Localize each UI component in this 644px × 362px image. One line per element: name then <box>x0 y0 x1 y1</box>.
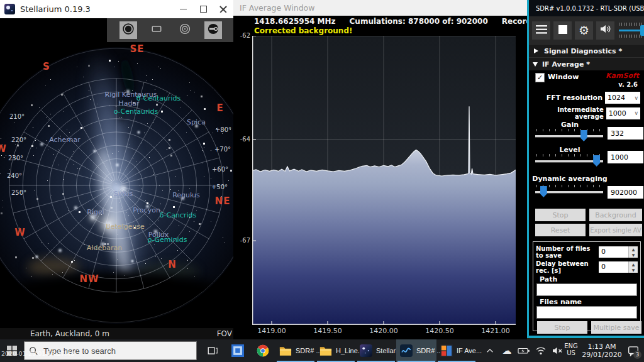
stop-button[interactable]: Stop <box>535 209 586 221</box>
intermediate-average-row: Intermediate average 1000 ∨ <box>529 106 640 120</box>
number-of-files-label: Number of files to save <box>536 245 599 259</box>
files-name-input[interactable] <box>536 306 637 319</box>
spin-up-icon[interactable]: ▲ <box>628 246 638 252</box>
notification-center-button[interactable]: 3 <box>624 339 643 362</box>
tray-wifi-button[interactable] <box>534 343 548 358</box>
audio-button[interactable] <box>596 21 614 40</box>
center-target-icon <box>179 23 191 37</box>
mount-toggle-button[interactable] <box>204 21 222 39</box>
speaker-icon <box>600 24 611 36</box>
taskbar-apps: SDR# ...H_Line...Stellari...SDR# ...IF A… <box>200 339 477 362</box>
view-circle-button[interactable] <box>119 21 137 39</box>
location-label: Earth, Auckland, 0 m <box>30 329 109 338</box>
number-of-files-spinner[interactable]: 0 ▲▼ <box>599 246 638 258</box>
menu-button[interactable] <box>532 21 550 40</box>
intermediate-average-value: 1000 <box>609 109 626 118</box>
gain-slider[interactable] <box>535 129 603 143</box>
expanded-arrow-icon <box>533 62 538 67</box>
taskbar-photos-button[interactable] <box>225 339 250 362</box>
if-average-window-title: IF Average Window <box>240 3 314 13</box>
if-average-plugin-panel: ✓ Window KamSoft v. 2.6 FFT resolution 1… <box>529 70 644 336</box>
settings-button[interactable]: ⚙ <box>575 21 593 40</box>
spin-up-icon[interactable]: ▲ <box>628 261 638 267</box>
background-button[interactable]: Background <box>589 209 642 221</box>
language-line2: US <box>562 349 580 356</box>
multiple-save-button[interactable]: Multiple save <box>591 321 641 334</box>
dynamic-averaging-slider[interactable] <box>535 185 603 199</box>
start-button[interactable] <box>0 339 24 362</box>
window-checkbox-label: Window <box>548 73 579 81</box>
close-button[interactable] <box>213 0 233 18</box>
level-label: Level <box>532 146 608 154</box>
section-if-average[interactable]: IF Average * <box>529 57 644 70</box>
taskbar: Type here to search SDR# ...H_Line...Ste… <box>0 339 644 362</box>
window-checkbox[interactable]: ✓ <box>535 73 545 82</box>
reset-button[interactable]: Reset <box>535 224 586 236</box>
chrome-icon <box>257 344 269 357</box>
level-value[interactable]: 1000 <box>608 151 643 163</box>
corrected-background-status: Corrected background! <box>254 26 352 35</box>
maximize-button[interactable] <box>193 0 213 18</box>
chevron-down-icon: ∨ <box>634 95 638 101</box>
level-slider-thumb[interactable] <box>593 155 600 167</box>
save-stop-button[interactable]: Stop <box>537 321 587 334</box>
y-tick-label: -67 <box>234 237 250 244</box>
desktop: SESEWNEWNNWRigil KentaurusHadarSpicaAche… <box>0 0 644 362</box>
spin-down-icon[interactable]: ▼ <box>628 267 638 273</box>
export-single-av-button[interactable]: Export single AV <box>589 224 642 236</box>
path-label: Path <box>540 275 557 283</box>
gear-icon: ⚙ <box>579 25 589 36</box>
fft-resolution-select[interactable]: 1024 ∨ <box>605 92 640 104</box>
volume-slider-thumb[interactable] <box>640 25 644 36</box>
center-target-button[interactable] <box>176 21 194 39</box>
level-slider[interactable] <box>535 154 603 168</box>
stellarium-titlebar: Stellarium 0.19.3 <box>0 0 233 18</box>
search-icon <box>29 346 38 356</box>
dynamic-averaging-value[interactable]: 902000 <box>608 186 643 199</box>
taskbar-stellarium-button[interactable]: Stellari... <box>356 339 396 362</box>
dynamic-averaging-slider-thumb[interactable] <box>540 186 547 197</box>
taskbar-sdrsharp-button[interactable]: SDR# ... <box>396 339 436 362</box>
path-input[interactable] <box>536 283 637 296</box>
intermediate-average-select[interactable]: 1000 ∨ <box>606 107 640 119</box>
battery-icon <box>518 346 530 355</box>
taskbar-if-average-button[interactable]: IF Ave... <box>436 339 477 362</box>
ifave-icon <box>440 344 453 357</box>
gain-label: Gain <box>532 121 608 129</box>
language-indicator[interactable]: ENG US <box>562 343 580 356</box>
taskbar-explorer-sdr-button[interactable]: SDR# ... <box>275 339 316 362</box>
spin-down-icon[interactable]: ▼ <box>628 252 638 258</box>
sdrsharp-toolbar: ⚙ <box>529 16 644 44</box>
taskbar-search-input[interactable]: Type here to search <box>24 341 197 360</box>
stop-icon <box>558 25 567 36</box>
stellarium-app-icon <box>4 4 15 14</box>
brand-label: KamSoft <box>606 72 639 80</box>
sky-view[interactable] <box>0 0 233 339</box>
y-tick-label: -62 <box>234 32 250 39</box>
delay-between-rec-value: 0 <box>599 261 628 273</box>
gain-value[interactable]: 332 <box>608 127 643 140</box>
view-rect-icon <box>151 23 162 37</box>
taskbar-chrome-button[interactable] <box>250 339 275 362</box>
taskbar-explorer-hline-button[interactable]: H_Line... <box>316 339 356 362</box>
delay-between-rec-spinner[interactable]: 0 ▲▼ <box>599 261 638 273</box>
x-tick-label: 1419.50 <box>309 327 347 335</box>
taskbar-task-view-button[interactable] <box>200 339 225 362</box>
x-tick-label: 1419.00 <box>253 327 291 335</box>
fft-resolution-value: 1024 <box>608 94 625 102</box>
minimize-button[interactable] <box>173 0 193 18</box>
gain-slider-thumb[interactable] <box>580 130 587 141</box>
folder-icon <box>319 346 332 356</box>
section-signal-diagnostics[interactable]: Signal Diagnostics * <box>529 44 644 57</box>
tray-chevron-up-button[interactable] <box>483 343 497 358</box>
cumulations-readout: Cumulations: 878000 of: 902000 <box>350 17 488 26</box>
view-rect-button[interactable] <box>148 21 165 39</box>
stop-playback-button[interactable] <box>553 21 572 40</box>
tray-battery-button[interactable] <box>517 343 531 358</box>
stellarium-icon <box>360 344 372 357</box>
tray-cloud-button[interactable]: ☁ <box>500 343 514 358</box>
x-tick-label: 1421.00 <box>477 327 514 335</box>
collapsed-arrow-icon <box>534 48 538 53</box>
taskbar-clock[interactable]: 1:13 AM 29/01/2020 <box>582 343 622 359</box>
volume-slider[interactable] <box>619 21 644 40</box>
